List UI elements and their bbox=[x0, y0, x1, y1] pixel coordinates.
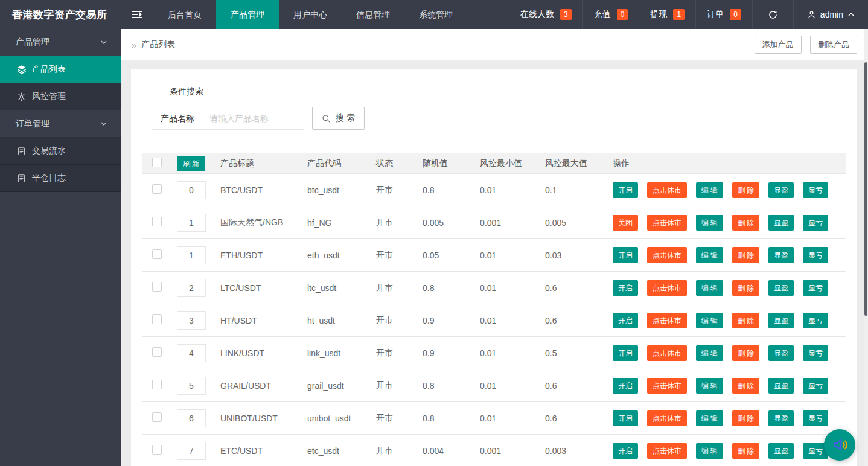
market-toggle-button[interactable]: 关闭 bbox=[613, 215, 638, 231]
row-checkbox[interactable] bbox=[152, 380, 162, 389]
sort-order-input[interactable] bbox=[177, 181, 206, 199]
market-close-button[interactable]: 点击休市 bbox=[647, 215, 687, 231]
sidebar-item[interactable]: 交易流水 bbox=[0, 138, 121, 165]
nav-item[interactable]: 信息管理 bbox=[342, 0, 404, 29]
show-loss-button[interactable]: 显亏 bbox=[803, 410, 828, 426]
show-loss-button[interactable]: 显亏 bbox=[803, 345, 828, 361]
menu-collapse-icon[interactable] bbox=[121, 0, 153, 29]
page-actions: 添加产品 删除产品 bbox=[748, 36, 857, 54]
market-toggle-button[interactable]: 开启 bbox=[613, 280, 638, 296]
market-close-button[interactable]: 点击休市 bbox=[647, 247, 687, 263]
edit-button[interactable]: 编 辑 bbox=[696, 313, 723, 328]
show-profit-button[interactable]: 显盈 bbox=[768, 345, 794, 361]
row-checkbox[interactable] bbox=[152, 347, 162, 357]
market-toggle-button[interactable]: 开启 bbox=[613, 410, 638, 426]
market-toggle-button[interactable]: 开启 bbox=[613, 345, 638, 361]
delete-button[interactable]: 删 除 bbox=[732, 182, 759, 198]
show-loss-button[interactable]: 显亏 bbox=[803, 215, 828, 231]
nav-item[interactable]: 后台首页 bbox=[153, 0, 216, 29]
select-all-checkbox[interactable] bbox=[152, 158, 162, 167]
nav-item[interactable]: 用户中心 bbox=[279, 0, 342, 29]
nav-item[interactable]: 产品管理 bbox=[216, 0, 279, 29]
show-loss-button[interactable]: 显亏 bbox=[803, 247, 828, 263]
edit-button[interactable]: 编 辑 bbox=[696, 182, 723, 198]
audio-notification-button[interactable] bbox=[824, 429, 855, 461]
market-close-button[interactable]: 点击休市 bbox=[647, 378, 687, 394]
delete-product-button[interactable]: 删除产品 bbox=[810, 36, 857, 54]
header-stat[interactable]: 充值0 bbox=[582, 0, 639, 29]
sort-order-input[interactable] bbox=[177, 311, 206, 330]
market-close-button[interactable]: 点击休市 bbox=[647, 410, 687, 426]
search-input[interactable] bbox=[203, 107, 304, 130]
show-loss-button[interactable]: 显亏 bbox=[803, 313, 828, 328]
show-profit-button[interactable]: 显盈 bbox=[768, 182, 794, 198]
market-toggle-button[interactable]: 开启 bbox=[613, 378, 638, 394]
show-profit-button[interactable]: 显盈 bbox=[768, 443, 794, 459]
row-checkbox[interactable] bbox=[152, 184, 162, 194]
sort-order-input[interactable] bbox=[177, 442, 206, 460]
refresh-button[interactable] bbox=[752, 0, 793, 29]
market-close-button[interactable]: 点击休市 bbox=[647, 280, 687, 296]
chevron-down-icon bbox=[100, 39, 107, 46]
edit-button[interactable]: 编 辑 bbox=[696, 280, 723, 296]
row-checkbox[interactable] bbox=[152, 445, 162, 455]
search-button[interactable]: 搜 索 bbox=[312, 107, 365, 130]
edit-button[interactable]: 编 辑 bbox=[696, 247, 723, 263]
sidebar-item[interactable]: 平仓日志 bbox=[0, 165, 121, 192]
sort-order-input[interactable] bbox=[177, 377, 206, 395]
show-profit-button[interactable]: 显盈 bbox=[768, 280, 794, 296]
delete-button[interactable]: 删 除 bbox=[732, 313, 759, 328]
market-close-button[interactable]: 点击休市 bbox=[647, 443, 687, 459]
row-checkbox[interactable] bbox=[152, 412, 162, 422]
show-profit-button[interactable]: 显盈 bbox=[768, 247, 794, 263]
sort-order-input[interactable] bbox=[177, 279, 206, 297]
delete-button[interactable]: 删 除 bbox=[732, 345, 759, 361]
show-loss-button[interactable]: 显亏 bbox=[803, 378, 828, 394]
header-stat[interactable]: 订单0 bbox=[695, 0, 752, 29]
delete-button[interactable]: 删 除 bbox=[732, 215, 759, 231]
edit-button[interactable]: 编 辑 bbox=[696, 378, 723, 394]
market-toggle-button[interactable]: 开启 bbox=[613, 313, 638, 328]
show-profit-button[interactable]: 显盈 bbox=[768, 410, 794, 426]
row-checkbox[interactable] bbox=[152, 282, 162, 292]
row-checkbox[interactable] bbox=[152, 314, 162, 324]
show-profit-button[interactable]: 显盈 bbox=[768, 313, 794, 328]
market-toggle-button[interactable]: 开启 bbox=[613, 443, 638, 459]
row-checkbox[interactable] bbox=[152, 217, 162, 226]
show-loss-button[interactable]: 显亏 bbox=[803, 182, 828, 198]
sort-order-input[interactable] bbox=[177, 246, 206, 264]
sort-order-input[interactable] bbox=[177, 214, 206, 232]
market-toggle-button[interactable]: 开启 bbox=[613, 247, 638, 263]
show-profit-button[interactable]: 显盈 bbox=[768, 378, 794, 394]
sidebar-group-title[interactable]: 产品管理 bbox=[0, 29, 121, 56]
delete-button[interactable]: 删 除 bbox=[732, 410, 759, 426]
sort-order-input[interactable] bbox=[177, 344, 206, 362]
sidebar-item[interactable]: 风控管理 bbox=[0, 83, 121, 110]
row-checkbox[interactable] bbox=[152, 249, 162, 259]
market-close-button[interactable]: 点击休市 bbox=[647, 345, 687, 361]
delete-button[interactable]: 删 除 bbox=[732, 378, 759, 394]
add-product-button[interactable]: 添加产品 bbox=[755, 36, 802, 54]
nav-item[interactable]: 系统管理 bbox=[404, 0, 467, 29]
table-refresh-button[interactable]: 刷 新 bbox=[177, 156, 205, 171]
user-menu[interactable]: admin bbox=[793, 0, 868, 29]
edit-button[interactable]: 编 辑 bbox=[696, 410, 723, 426]
edit-button[interactable]: 编 辑 bbox=[696, 345, 723, 361]
market-toggle-button[interactable]: 开启 bbox=[613, 182, 638, 198]
edit-button[interactable]: 编 辑 bbox=[696, 215, 723, 231]
scrollbar-thumb[interactable] bbox=[864, 62, 867, 316]
delete-button[interactable]: 删 除 bbox=[732, 280, 759, 296]
edit-button[interactable]: 编 辑 bbox=[696, 443, 723, 459]
market-close-button[interactable]: 点击休市 bbox=[647, 182, 687, 198]
header-stat[interactable]: 提现1 bbox=[639, 0, 695, 29]
header-stat[interactable]: 在线人数3 bbox=[509, 0, 582, 29]
sort-order-input[interactable] bbox=[177, 409, 206, 427]
market-close-button[interactable]: 点击休市 bbox=[647, 313, 687, 328]
show-loss-button[interactable]: 显亏 bbox=[803, 280, 828, 296]
risk-max-value: 0.6 bbox=[540, 381, 608, 391]
show-profit-button[interactable]: 显盈 bbox=[768, 215, 794, 231]
delete-button[interactable]: 删 除 bbox=[732, 247, 759, 263]
sidebar-item[interactable]: 产品列表 bbox=[0, 56, 121, 83]
delete-button[interactable]: 删 除 bbox=[732, 443, 759, 459]
sidebar-group-title[interactable]: 订单管理 bbox=[0, 110, 121, 138]
